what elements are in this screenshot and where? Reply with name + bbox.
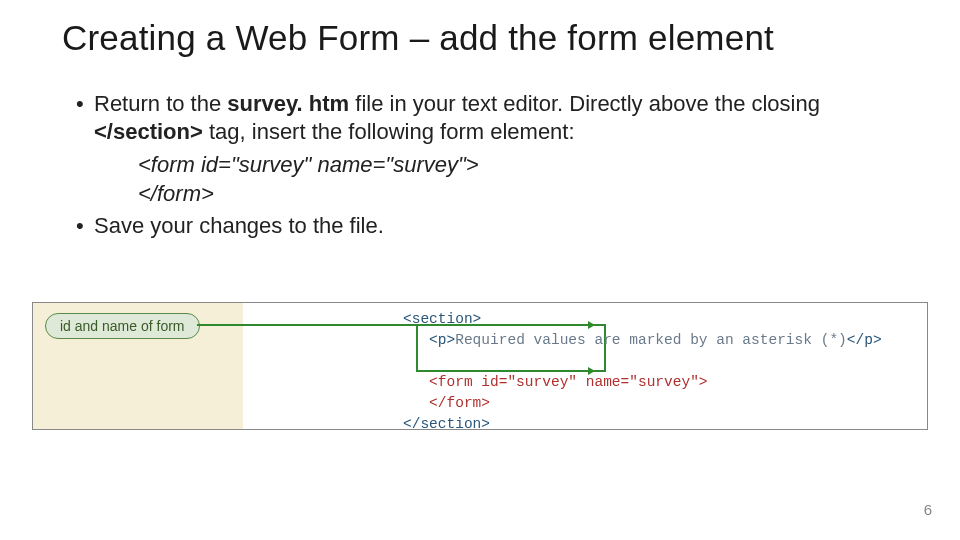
line-form-open: <form id="survey" name="survey">	[403, 372, 882, 393]
inline-code: <form id="survey" name="survey"> </form>	[138, 151, 896, 208]
bullet-2: Save your changes to the file.	[76, 212, 896, 240]
line-form-close: </form>	[403, 393, 882, 414]
page-number: 6	[924, 501, 932, 518]
code-line-1: <form id="survey" name="survey">	[138, 151, 896, 180]
line-p: <p>Required values are marked by an aste…	[403, 330, 882, 351]
line-section-open: <section>	[403, 309, 882, 330]
code-figure: id and name of form <section> <p>Require…	[32, 302, 928, 430]
line-section-close: </section>	[403, 414, 882, 435]
slide: Creating a Web Form – add the form eleme…	[0, 0, 960, 540]
line-blank	[403, 351, 882, 372]
editor-snippet: <section> <p>Required values are marked …	[403, 309, 882, 435]
slide-title: Creating a Web Form – add the form eleme…	[62, 18, 774, 58]
bullet-1-post: tag, insert the following form element:	[203, 119, 575, 144]
bullet-1-bold-tag: </section>	[94, 119, 203, 144]
code-line-2: </form>	[138, 180, 896, 209]
bullet-1: Return to the survey. htm file in your t…	[76, 90, 896, 145]
bullet-1-mid: file in your text editor. Directly above…	[349, 91, 820, 116]
callout-label: id and name of form	[45, 313, 200, 339]
body-text: Return to the survey. htm file in your t…	[76, 90, 896, 244]
bullet-1-pre: Return to the	[94, 91, 227, 116]
bullet-1-bold-filename: survey. htm	[227, 91, 349, 116]
